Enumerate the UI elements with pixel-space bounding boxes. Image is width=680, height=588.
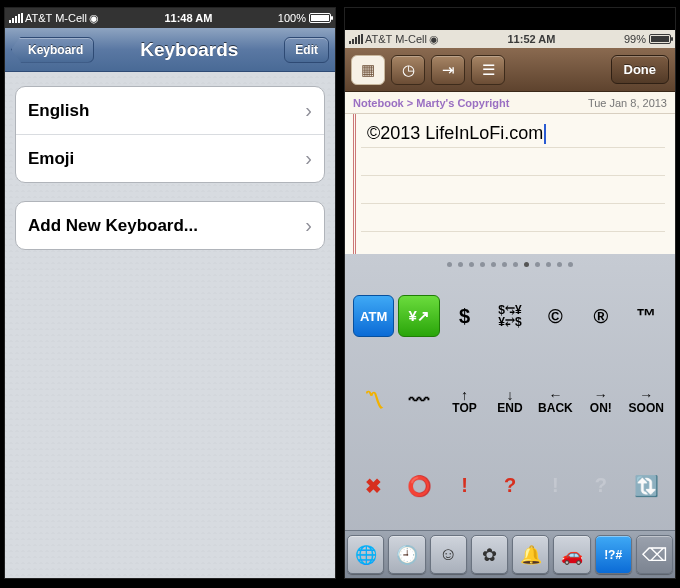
breadcrumb[interactable]: Notebook > Marty's Copyright — [353, 97, 509, 109]
page-dot[interactable] — [480, 262, 485, 267]
category-smiley-key[interactable]: ☺ — [430, 535, 467, 574]
emoji-key[interactable]: →SOON — [626, 380, 667, 422]
add-keyboard-label: Add New Keyboard... — [28, 216, 198, 236]
emoji-key[interactable]: →ON! — [580, 380, 621, 422]
emoji-key[interactable]: ¥↗ — [398, 295, 439, 337]
note-date: Tue Jan 8, 2013 — [588, 97, 667, 109]
carrier-label: AT&T M-Cell — [365, 33, 427, 45]
page-dot[interactable] — [513, 262, 518, 267]
battery-icon — [649, 34, 671, 44]
done-button[interactable]: Done — [611, 55, 670, 84]
back-button[interactable]: Keyboard — [11, 37, 94, 63]
add-keyboard-group: Add New Keyboard... › — [15, 201, 325, 250]
category-car-key[interactable]: 🚗 — [553, 535, 590, 574]
emoji-key[interactable]: ATM — [353, 295, 394, 337]
page-dot[interactable] — [458, 262, 463, 267]
jump-icon[interactable]: ⇥ — [431, 55, 465, 85]
page-dot[interactable] — [546, 262, 551, 267]
status-bar: AT&T M-Cell ◉ 11:52 AM 99% — [345, 30, 675, 48]
nav-bar: Keyboard Keyboards Edit — [5, 28, 335, 72]
emoji-key[interactable]: ™ — [626, 295, 667, 337]
emoji-key[interactable]: ←BACK — [535, 380, 576, 422]
edit-button[interactable]: Edit — [284, 37, 329, 63]
status-time: 11:48 AM — [99, 12, 278, 24]
clock-icon[interactable]: ◷ — [391, 55, 425, 85]
page-dot[interactable] — [568, 262, 573, 267]
page-dots[interactable] — [345, 254, 675, 270]
chevron-right-icon: › — [305, 147, 312, 170]
wifi-icon: ◉ — [89, 12, 99, 25]
wifi-icon: ◉ — [429, 33, 439, 46]
left-phone: AT&T M-Cell ◉ 11:48 AM 100% Keyboard Key… — [5, 8, 335, 578]
status-bar: AT&T M-Cell ◉ 11:48 AM 100% — [5, 8, 335, 28]
note-body[interactable]: ©2013 LifeInLoFi.com — [345, 114, 675, 254]
emoji-key[interactable]: ? — [489, 465, 530, 507]
page-dot[interactable] — [524, 262, 529, 267]
add-keyboard-cell[interactable]: Add New Keyboard... › — [16, 202, 324, 249]
keyboard-list: English›Emoji› — [15, 86, 325, 183]
chevron-right-icon: › — [305, 214, 312, 237]
category-symbols-key[interactable]: !?# — [595, 535, 632, 574]
battery-percent: 100% — [278, 12, 306, 24]
emoji-key[interactable]: ! — [535, 465, 576, 507]
keyboard-cell[interactable]: Emoji› — [16, 135, 324, 182]
page-dot[interactable] — [447, 262, 452, 267]
category-globe-key[interactable]: 🌐 — [347, 535, 384, 574]
emoji-key[interactable]: ↓END — [489, 380, 530, 422]
text-cursor — [544, 124, 546, 144]
emoji-key[interactable]: ↑TOP — [444, 380, 485, 422]
emoji-key[interactable]: ® — [580, 295, 621, 337]
emoji-key[interactable]: ! — [444, 465, 485, 507]
category-bar: 🌐🕘☺✿🔔🚗!?#⌫ — [345, 530, 675, 578]
category-recent-key[interactable]: 🕘 — [388, 535, 425, 574]
emoji-keyboard: ATM¥↗$$⥃¥¥⥂$©®™〽〰↑TOP↓END←BACK→ON!→SOON✖… — [345, 254, 675, 578]
list-icon[interactable]: ☰ — [471, 55, 505, 85]
keyboard-label: Emoji — [28, 149, 74, 169]
category-delete-key[interactable]: ⌫ — [636, 535, 673, 574]
emoji-grid: ATM¥↗$$⥃¥¥⥂$©®™〽〰↑TOP↓END←BACK→ON!→SOON✖… — [345, 270, 675, 530]
page-title: Keyboards — [140, 39, 238, 61]
settings-content: English›Emoji› Add New Keyboard... › — [5, 72, 335, 578]
emoji-key[interactable]: ✖ — [353, 465, 394, 507]
status-time: 11:52 AM — [439, 33, 624, 45]
page-dot[interactable] — [491, 262, 496, 267]
emoji-key[interactable]: 〽 — [353, 380, 394, 422]
page-dot[interactable] — [535, 262, 540, 267]
note-header: Notebook > Marty's Copyright Tue Jan 8, … — [345, 92, 675, 114]
page-dot[interactable] — [469, 262, 474, 267]
page-dot[interactable] — [557, 262, 562, 267]
keyboard-label: English — [28, 101, 89, 121]
emoji-key[interactable]: 🔃 — [626, 465, 667, 507]
emoji-key[interactable]: ⭕ — [398, 465, 439, 507]
right-phone: AT&T M-Cell ◉ 11:52 AM 99% ▦ ◷ ⇥ ☰ Done … — [345, 8, 675, 578]
signal-icon — [349, 34, 363, 44]
keyboard-cell[interactable]: English› — [16, 87, 324, 135]
signal-icon — [9, 13, 23, 23]
battery-percent: 99% — [624, 33, 646, 45]
emoji-key[interactable]: © — [535, 295, 576, 337]
emoji-key[interactable]: ? — [580, 465, 621, 507]
calendar-icon[interactable]: ▦ — [351, 55, 385, 85]
chevron-right-icon: › — [305, 99, 312, 122]
note-toolbar: ▦ ◷ ⇥ ☰ Done — [345, 48, 675, 92]
emoji-key[interactable]: $⥃¥¥⥂$ — [489, 295, 530, 337]
emoji-key[interactable]: $ — [444, 295, 485, 337]
emoji-key[interactable]: 〰 — [398, 380, 439, 422]
category-bell-key[interactable]: 🔔 — [512, 535, 549, 574]
note-text: ©2013 LifeInLoFi.com — [367, 123, 543, 144]
category-flower-key[interactable]: ✿ — [471, 535, 508, 574]
carrier-label: AT&T M-Cell — [25, 12, 87, 24]
battery-icon — [309, 13, 331, 23]
page-dot[interactable] — [502, 262, 507, 267]
